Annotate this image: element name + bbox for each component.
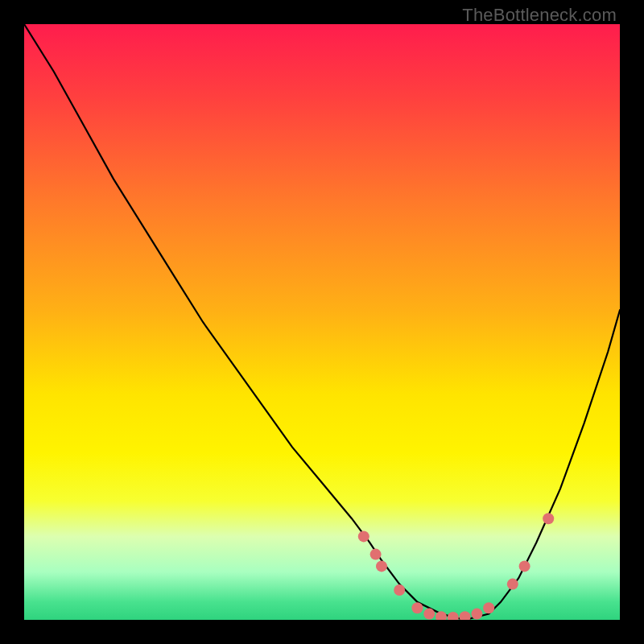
bottleneck-chart bbox=[24, 24, 620, 620]
watermark-text: TheBottleneck.com bbox=[462, 5, 617, 26]
curve-marker bbox=[411, 602, 423, 613]
curve-marker bbox=[423, 609, 435, 620]
chart-frame bbox=[24, 24, 620, 620]
curve-marker bbox=[471, 609, 482, 620]
curve-marker bbox=[507, 579, 518, 590]
curve-marker bbox=[376, 560, 387, 572]
curve-marker bbox=[483, 602, 494, 613]
gradient-background bbox=[24, 24, 620, 620]
curve-marker bbox=[519, 560, 530, 572]
curve-marker bbox=[370, 549, 382, 560]
curve-marker bbox=[543, 513, 554, 524]
curve-marker bbox=[358, 530, 369, 542]
curve-marker bbox=[394, 584, 405, 596]
